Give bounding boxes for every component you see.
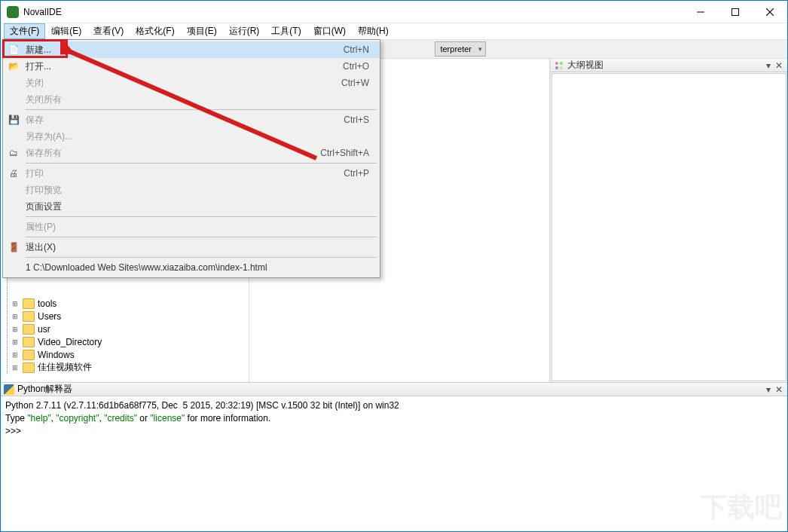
tree-row[interactable]: Windows <box>8 348 249 361</box>
console-line: Type "help", "copyright", "credits" or "… <box>5 413 270 423</box>
save-icon: 💾 <box>6 115 21 125</box>
tree-label: usr <box>38 324 50 335</box>
menu-run[interactable]: 运行(R) <box>223 23 266 39</box>
outline-header[interactable]: 大纲视图 ▾ ✕ <box>551 59 787 72</box>
maximize-icon <box>731 8 739 16</box>
panel-menu-icon[interactable]: ▾ <box>763 60 774 71</box>
tree-label: 佳佳视频软件 <box>38 361 92 374</box>
tree-label: tools <box>38 298 57 309</box>
exit-icon: 🚪 <box>6 242 21 252</box>
tree-label: Windows <box>38 350 75 360</box>
folder-icon <box>23 337 35 347</box>
annotation-arrow <box>60 41 324 170</box>
folder-icon <box>23 362 35 373</box>
expand-icon[interactable] <box>8 313 23 320</box>
svg-point-4 <box>560 66 563 69</box>
app-icon <box>7 6 19 18</box>
folder-icon <box>23 324 35 335</box>
expand-icon[interactable] <box>8 364 23 371</box>
menu-window[interactable]: 窗口(W) <box>307 23 352 39</box>
menu-separator <box>26 257 377 258</box>
save-all-icon: 🗂 <box>6 148 21 158</box>
minimize-icon <box>697 8 704 16</box>
expand-icon[interactable] <box>8 338 23 346</box>
tree-label: Users <box>38 311 61 322</box>
svg-point-1 <box>555 62 558 65</box>
tree-row[interactable]: Users <box>8 310 249 323</box>
interpreter-select[interactable]: terpreter <box>435 41 486 57</box>
folder-icon <box>23 311 35 322</box>
menu-file[interactable]: 文件(F) <box>4 23 45 39</box>
menu-project[interactable]: 项目(E) <box>181 23 223 39</box>
close-icon <box>766 8 774 16</box>
console-pane: Python解释器 ▾ ✕ Python 2.7.11 (v2.7.11:6d1… <box>1 382 787 531</box>
outline-body <box>551 73 786 381</box>
expand-icon[interactable] <box>8 326 23 333</box>
print-icon: 🖨 <box>6 168 21 179</box>
expand-icon[interactable] <box>8 351 23 359</box>
minimize-button[interactable] <box>683 1 718 23</box>
tree-row[interactable]: Video_Directory <box>8 335 249 348</box>
panel-close-icon[interactable]: ✕ <box>774 384 784 395</box>
close-button[interactable] <box>753 1 787 23</box>
console-title: Python解释器 <box>17 383 763 396</box>
menu-view[interactable]: 查看(V) <box>87 23 130 39</box>
panel-close-icon[interactable]: ✕ <box>774 60 784 71</box>
expand-icon[interactable] <box>8 300 23 307</box>
folder-icon <box>23 298 35 309</box>
console-prompt: >>> <box>5 426 23 436</box>
menubar: 文件(F) 编辑(E) 查看(V) 格式化(F) 项目(E) 运行(R) 工具(… <box>1 23 787 40</box>
open-file-icon: 📂 <box>6 61 21 72</box>
outline-title: 大纲视图 <box>567 59 763 72</box>
menu-format[interactable]: 格式化(F) <box>130 23 180 39</box>
svg-line-6 <box>71 52 316 158</box>
menu-tools[interactable]: 工具(T) <box>265 23 307 39</box>
panel-menu-icon[interactable]: ▾ <box>763 384 774 395</box>
menu-recent-1[interactable]: 1 C:\Downloaded Web Sites\www.xiazaiba.c… <box>3 259 380 276</box>
outline-pane: 大纲视图 ▾ ✕ <box>550 59 787 382</box>
console-body[interactable]: Python 2.7.11 (v2.7.11:6d1b6a68f775, Dec… <box>1 396 787 531</box>
outline-icon <box>554 60 564 71</box>
maximize-button[interactable] <box>718 1 753 23</box>
console-line: Python 2.7.11 (v2.7.11:6d1b6a68f775, Dec… <box>5 400 399 411</box>
menu-help[interactable]: 帮助(H) <box>352 23 395 39</box>
svg-rect-0 <box>732 8 739 15</box>
svg-point-3 <box>555 66 558 69</box>
tree-row[interactable]: usr <box>8 323 249 335</box>
tree-label: Video_Directory <box>38 337 102 347</box>
tree-row[interactable]: tools <box>8 297 249 310</box>
menu-separator <box>26 216 377 217</box>
console-header[interactable]: Python解释器 ▾ ✕ <box>1 383 787 396</box>
menu-properties[interactable]: 属性(P) <box>3 219 380 235</box>
titlebar: NovalIDE <box>1 1 787 23</box>
tree-row[interactable]: 佳佳视频软件 <box>8 361 249 374</box>
python-icon <box>4 384 14 395</box>
menu-page-setup[interactable]: 页面设置 <box>3 198 380 215</box>
annotation-highlight-box <box>2 39 68 58</box>
svg-point-2 <box>560 62 563 65</box>
window-title: NovalIDE <box>23 7 683 17</box>
menu-separator <box>26 237 377 237</box>
menu-exit[interactable]: 🚪 退出(X) <box>3 239 380 255</box>
menu-print-preview[interactable]: 打印预览 <box>3 182 380 198</box>
window-buttons <box>683 1 787 23</box>
folder-icon <box>23 350 35 360</box>
menu-edit[interactable]: 编辑(E) <box>45 23 87 39</box>
